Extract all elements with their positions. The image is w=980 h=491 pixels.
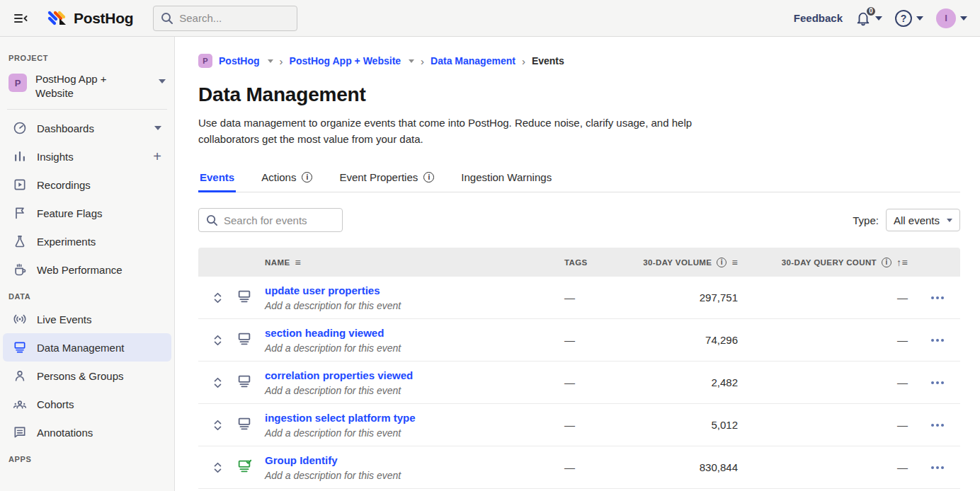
breadcrumb: P PostHog › PostHog App + Website › Data… [198,54,960,68]
event-search-input[interactable] [224,214,330,226]
sidebar-item-recordings[interactable]: Recordings [3,171,171,199]
event-description[interactable]: Add a description for this event [265,427,564,439]
more-actions-button[interactable] [915,424,960,427]
event-description[interactable]: Add a description for this event [265,385,564,396]
project-section-label: PROJECT [8,54,166,62]
chevron-down-icon [960,16,967,21]
sidebar-item-experiments[interactable]: Experiments [3,227,171,255]
chevron-down-icon [214,341,222,346]
top-bar: PostHog Feedback 0 I [0,0,980,37]
chevron-down-icon [875,16,882,21]
expand-row-control[interactable] [198,292,237,304]
sidebar-item-annotations[interactable]: Annotations [3,418,171,446]
global-search[interactable] [153,6,297,31]
chevron-down-icon [214,299,222,304]
column-label: TAGS [564,258,588,267]
sidebar-item-cohorts[interactable]: Cohorts [3,390,171,418]
global-search-input[interactable] [179,12,278,24]
notifications-button[interactable]: 0 [855,11,882,26]
sidebar-item-live-events[interactable]: Live Events [3,305,171,333]
tab-actions[interactable]: Actions [260,167,314,192]
sort-icon: ≡ [295,257,301,268]
broadcast-icon [13,312,27,326]
column-header-volume[interactable]: 30-DAY VOLUME ≡ [607,257,745,268]
event-name-link[interactable]: ingestion select platform type [265,412,564,424]
more-actions-button[interactable] [915,339,960,342]
posthog-logo[interactable]: PostHog [47,9,133,28]
table-header: NAME ≡ TAGS 30-DAY VOLUME ≡ 30-DAY QUERY… [198,248,960,277]
type-filter-value: All events [894,214,940,226]
sidebar-item-insights[interactable]: Insights + [3,142,171,171]
collapse-sidebar-icon [13,11,28,26]
query-count-cell: — [745,376,915,388]
column-label: 30-DAY VOLUME [643,258,712,267]
project-selector[interactable]: P PostHog App + Website [0,67,174,109]
more-actions-button[interactable] [915,296,960,299]
info-icon [302,172,312,183]
sidebar-item-label: Dashboards [37,122,94,134]
sidebar-item-dashboards[interactable]: Dashboards [3,114,171,142]
sidebar-item-label: Data Management [37,342,124,354]
feedback-link[interactable]: Feedback [794,12,843,24]
main-content: P PostHog › PostHog App + Website › Data… [175,37,980,491]
tab-event-properties[interactable]: Event Properties [338,167,435,192]
event-search[interactable] [198,208,343,232]
help-button[interactable] [895,10,923,27]
breadcrumb-org-avatar: P [198,54,212,68]
table-row: correlation properties viewed Add a desc… [198,362,960,404]
event-name-link[interactable]: Group Identify [265,454,564,466]
breadcrumb-project[interactable]: PostHog App + Website [290,55,401,67]
account-menu[interactable]: I [936,8,967,28]
people-icon [13,397,27,411]
sidebar-item-web-performance[interactable]: Web Performance [3,255,171,284]
type-filter-select[interactable]: All events [886,209,960,231]
more-actions-button[interactable] [915,466,960,469]
sort-ascending-icon: ↑≡ [896,257,908,268]
tags-cell: — [564,461,607,473]
tab-label: Ingestion Warnings [461,171,552,183]
chevron-down-icon [154,126,161,130]
tab-events[interactable]: Events [198,167,236,192]
table-row: section heading viewed Add a description… [198,319,960,362]
event-description[interactable]: Add a description for this event [265,470,564,481]
breadcrumb-data-management[interactable]: Data Management [431,55,515,67]
expand-row-control[interactable] [198,462,237,473]
more-actions-button[interactable] [915,381,960,384]
event-description[interactable]: Add a description for this event [265,300,564,311]
chevron-down-icon [214,383,222,388]
chevron-down-icon[interactable] [268,59,273,63]
sidebar-item-data-management[interactable]: Data Management [3,333,171,362]
tab-ingestion-warnings[interactable]: Ingestion Warnings [460,167,553,192]
sidebar-item-persons-groups[interactable]: Persons & Groups [3,362,171,390]
notification-count-badge: 0 [865,6,877,17]
sidebar-item-label: Persons & Groups [37,370,124,382]
event-icon [237,374,252,389]
monitor-icon [13,340,27,354]
event-name-link[interactable]: correlation properties viewed [265,369,564,381]
chevron-down-icon [916,16,923,21]
volume-cell: 74,296 [607,334,745,346]
verified-event-icon [237,458,252,474]
chevron-down-icon[interactable] [409,59,414,63]
expand-row-control[interactable] [198,377,237,388]
event-icon [237,289,252,304]
expand-row-control[interactable] [198,335,237,346]
column-header-query-count[interactable]: 30-DAY QUERY COUNT ↑≡ [745,257,915,268]
collapse-sidebar-button[interactable] [13,11,28,26]
expand-row-control[interactable] [198,420,237,431]
tags-cell: — [564,376,607,388]
event-name-link[interactable]: section heading viewed [265,327,564,339]
new-insight-button[interactable]: + [153,151,161,161]
chevron-up-icon [214,377,222,382]
event-name-link[interactable]: update user properties [265,284,564,296]
breadcrumb-org[interactable]: PostHog [219,55,260,67]
bar-chart-icon [13,149,27,163]
sidebar-item-feature-flags[interactable]: Feature Flags [3,199,171,227]
breadcrumb-separator: › [280,55,283,67]
event-description[interactable]: Add a description for this event [265,342,564,354]
chevron-up-icon [214,462,222,467]
column-header-name[interactable]: NAME ≡ [265,257,564,268]
sidebar-item-label: Web Performance [37,264,122,276]
table-row: Group Identify Add a description for thi… [198,446,960,489]
breadcrumb-current: Events [532,55,564,67]
